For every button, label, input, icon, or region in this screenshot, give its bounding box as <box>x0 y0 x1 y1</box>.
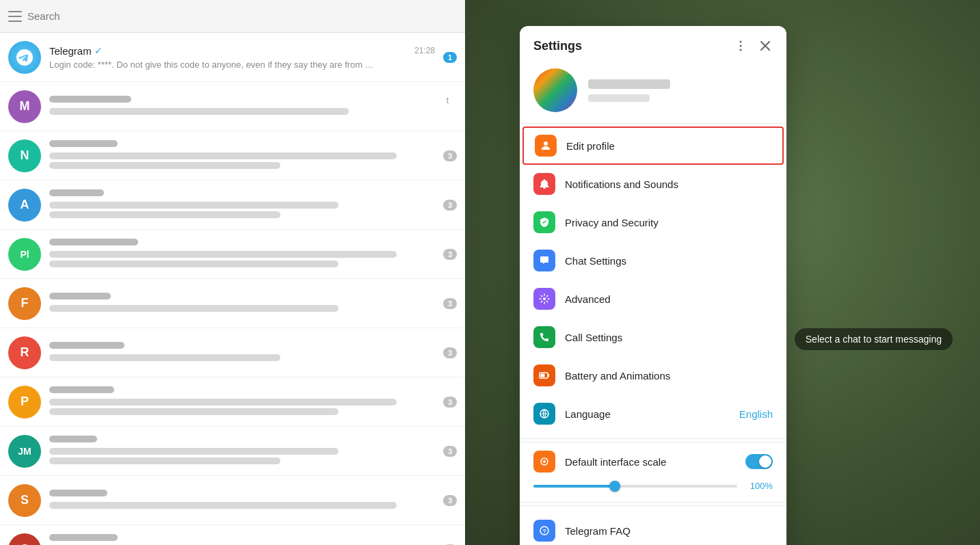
edit-profile-icon <box>535 135 557 157</box>
settings-item-battery[interactable]: Battery and Animations <box>520 356 786 395</box>
battery-icon <box>533 364 555 386</box>
edit-profile-label: Edit profile <box>566 140 771 152</box>
slider-thumb[interactable] <box>609 481 620 492</box>
chat-right: 3 <box>443 495 457 506</box>
list-item[interactable]: Pl 3 <box>0 230 465 279</box>
interface-scale-toggle[interactable] <box>745 454 773 469</box>
settings-header: Settings <box>520 26 786 63</box>
blur-preview <box>49 354 280 361</box>
blur-name <box>49 140 118 147</box>
blur-preview <box>49 448 339 455</box>
chat-preview: Login code: ****. Do not give this code … <box>49 59 378 70</box>
blur-preview <box>49 152 397 159</box>
unread-badge: 3 <box>443 397 457 408</box>
list-item[interactable]: R 3 <box>0 328 465 377</box>
more-options-button[interactable] <box>732 37 750 55</box>
scale-row: Default interface scale <box>533 451 773 473</box>
chat-content <box>49 490 435 511</box>
blur-name <box>49 189 104 196</box>
unread-badge: 3 <box>443 150 457 161</box>
list-item[interactable]: M t <box>0 82 465 131</box>
faq-label: Telegram FAQ <box>565 525 773 537</box>
profile-info <box>588 79 773 102</box>
chat-content <box>49 140 435 172</box>
blur-preview <box>49 502 397 509</box>
list-item[interactable]: P 3 <box>0 377 465 427</box>
select-chat-message: Select a chat to start messaging <box>795 328 953 350</box>
unread-badge: 3 <box>443 298 457 309</box>
search-input[interactable] <box>27 10 457 22</box>
scale-left: Default interface scale <box>533 451 666 473</box>
unread-badge: 3 <box>443 347 457 358</box>
chat-right: 3 <box>443 347 457 358</box>
svg-point-1 <box>740 45 742 47</box>
list-item[interactable]: F 3 <box>0 279 465 328</box>
unread-badge: 3 <box>443 200 457 211</box>
unread-badge: 1 <box>443 52 457 63</box>
chat-right: 3 <box>443 446 457 457</box>
settings-item-language[interactable]: Language English <box>520 395 786 433</box>
settings-item-call[interactable]: Call Settings <box>520 318 786 356</box>
chat-content <box>49 189 435 221</box>
avatar: F <box>8 287 41 320</box>
blur-preview2 <box>49 261 339 267</box>
settings-item-advanced[interactable]: Advanced <box>520 280 786 318</box>
scale-section: Default interface scale 100% <box>520 442 786 503</box>
scale-slider[interactable] <box>533 485 737 488</box>
faq-icon: ? <box>533 520 555 542</box>
profile-avatar-image <box>533 68 577 112</box>
chat-content <box>49 436 435 467</box>
settings-item-chat[interactable]: Chat Settings <box>520 241 786 280</box>
chat-right: 3 <box>443 298 457 309</box>
svg-rect-6 <box>541 374 545 377</box>
chat-list: Telegram ✓ 21:28 Login code: ****. Do no… <box>0 33 465 545</box>
privacy-icon <box>533 211 555 233</box>
privacy-label: Privacy and Security <box>565 217 773 228</box>
toggle-knob <box>759 455 771 468</box>
list-item[interactable]: A 3 <box>0 181 465 230</box>
close-button[interactable] <box>758 38 773 53</box>
chat-right: 3 <box>443 150 457 161</box>
svg-point-9 <box>543 460 546 463</box>
scale-label: Default interface scale <box>565 456 666 468</box>
avatar: Pl <box>8 238 41 271</box>
settings-item-notifications[interactable]: Notifications and Sounds <box>520 165 786 203</box>
settings-item-faq[interactable]: ? Telegram FAQ <box>520 511 786 545</box>
notifications-label: Notifications and Sounds <box>565 178 773 190</box>
chat-content: t <box>49 96 449 118</box>
avatar: R <box>8 336 41 369</box>
blur-name <box>49 239 138 245</box>
blur-preview2 <box>49 211 280 218</box>
blur-name <box>49 490 107 496</box>
blur-name <box>49 342 124 349</box>
scale-icon <box>533 451 555 473</box>
header-actions <box>732 37 773 55</box>
profile-avatar <box>533 68 577 112</box>
list-item[interactable]: C 3 <box>0 525 465 545</box>
blur-preview <box>49 399 397 406</box>
list-item[interactable]: N 3 <box>0 131 465 181</box>
list-item[interactable]: S 3 <box>0 476 465 525</box>
bottom-menu: ? Telegram FAQ Telegram Features Ask <box>520 509 786 545</box>
list-item[interactable]: Telegram ✓ 21:28 Login code: ****. Do no… <box>0 33 465 82</box>
unread-badge: 3 <box>443 495 457 506</box>
chat-content <box>49 342 435 364</box>
chat-settings-icon <box>533 250 555 271</box>
notifications-icon <box>533 173 555 195</box>
hamburger-icon[interactable] <box>8 11 22 22</box>
svg-point-2 <box>740 49 742 51</box>
advanced-label: Advanced <box>565 293 773 305</box>
blur-preview <box>49 251 397 258</box>
blur-name <box>49 436 97 442</box>
chat-right: 3 <box>443 397 457 408</box>
avatar: C <box>8 533 41 546</box>
avatar: N <box>8 139 41 172</box>
chat-content <box>49 293 435 315</box>
language-label: Language <box>565 408 730 420</box>
verified-icon: ✓ <box>94 45 103 56</box>
settings-item-edit-profile[interactable]: Edit profile <box>522 127 784 165</box>
settings-item-privacy[interactable]: Privacy and Security <box>520 203 786 241</box>
list-item[interactable]: JM 3 <box>0 427 465 476</box>
advanced-icon <box>533 288 555 310</box>
chat-name: Telegram ✓ <box>49 45 103 57</box>
